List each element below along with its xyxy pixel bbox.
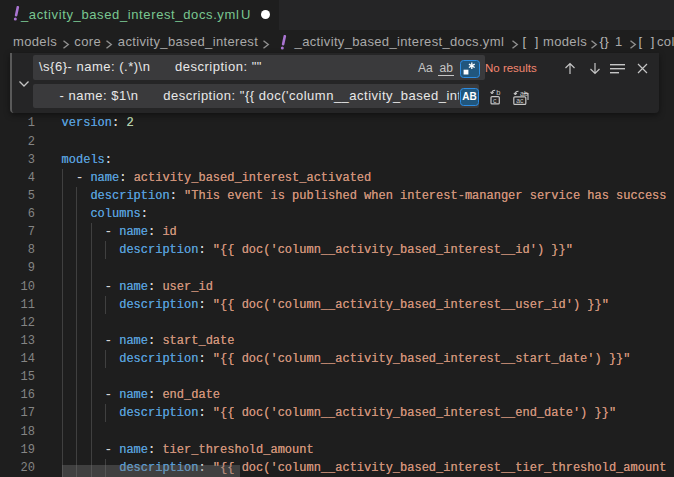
svg-text:ac: ac: [516, 97, 524, 104]
svg-text:ab: ab: [520, 89, 528, 96]
svg-text:b: b: [496, 88, 500, 97]
svg-text:c: c: [493, 97, 497, 104]
